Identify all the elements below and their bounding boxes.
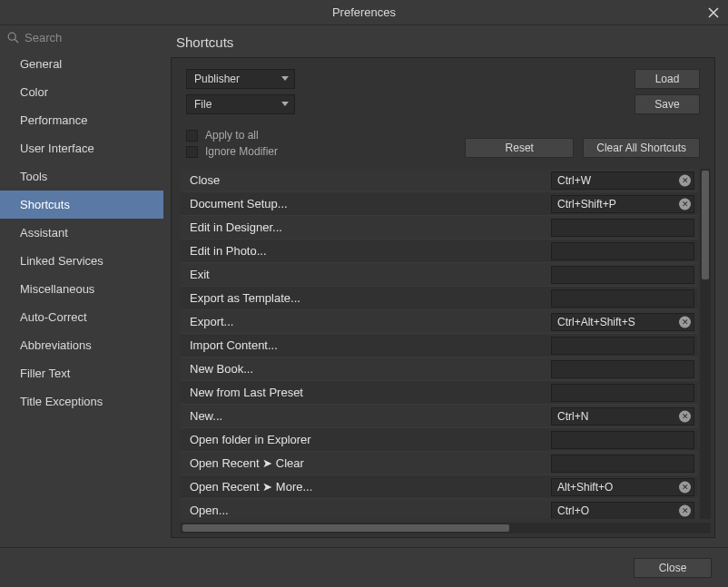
shortcut-row: Export...✕ — [181, 310, 698, 334]
shortcut-input[interactable] — [551, 384, 694, 402]
command-name: New Book... — [181, 362, 544, 376]
sidebar-item-linked-services[interactable]: Linked Services — [0, 247, 163, 275]
shortcut-input-wrap: ✕ — [551, 313, 694, 331]
clear-shortcut-icon[interactable]: ✕ — [679, 174, 691, 186]
apply-all-label: Apply to all — [205, 129, 259, 142]
command-name: New... — [181, 409, 544, 423]
scrollbar-thumb[interactable] — [182, 524, 509, 532]
command-name: Document Setup... — [181, 197, 544, 210]
command-name: Export as Template... — [181, 291, 544, 305]
shortcut-row: Open...✕ — [181, 499, 698, 519]
sidebar-item-label: Filler Text — [20, 367, 70, 380]
sidebar-item-title-exceptions[interactable]: Title Exceptions — [0, 387, 163, 416]
shortcut-row: Edit in Photo... — [181, 240, 698, 263]
sidebar-item-label: Title Exceptions — [20, 395, 103, 408]
scrollbar-thumb[interactable] — [702, 171, 709, 279]
shortcut-list: Close✕Document Setup...✕Edit in Designer… — [181, 169, 698, 519]
shortcut-input[interactable] — [551, 266, 694, 284]
command-name: Exit — [181, 268, 544, 281]
shortcut-input-wrap: ✕ — [551, 171, 694, 190]
shortcut-input[interactable] — [551, 313, 694, 331]
save-button[interactable]: Save — [635, 94, 700, 114]
close-icon[interactable] — [704, 4, 723, 22]
sidebar-item-color[interactable]: Color — [0, 78, 163, 106]
clear-shortcut-icon[interactable]: ✕ — [679, 198, 691, 210]
ignore-modifier-checkbox[interactable] — [186, 146, 198, 158]
sidebar-item-label: General — [20, 57, 62, 71]
search-input[interactable] — [25, 31, 177, 44]
sidebar-item-general[interactable]: General — [0, 50, 163, 78]
sidebar-item-label: Abbreviations — [20, 338, 92, 352]
shortcut-row: Open folder in Explorer — [181, 428, 698, 452]
sidebar-item-label: Assistant — [20, 226, 68, 240]
shortcut-row: Open Recent ➤ More...✕ — [181, 475, 698, 499]
sidebar-item-filler-text[interactable]: Filler Text — [0, 359, 163, 387]
shortcut-row: Export as Template... — [181, 287, 698, 310]
shortcut-input[interactable] — [551, 455, 694, 473]
horizontal-scrollbar[interactable] — [181, 523, 711, 533]
reset-button[interactable]: Reset — [465, 138, 574, 158]
command-name: Open folder in Explorer — [181, 433, 544, 446]
shortcut-row: New...✕ — [181, 405, 698, 428]
svg-line-1 — [15, 39, 18, 43]
clear-shortcut-icon[interactable]: ✕ — [679, 481, 691, 493]
shortcut-input[interactable] — [551, 431, 694, 449]
shortcut-input-wrap: ✕ — [551, 407, 694, 426]
sidebar-list: GeneralColorPerformanceUser InterfaceToo… — [0, 50, 163, 547]
sidebar-item-abbreviations[interactable]: Abbreviations — [0, 331, 163, 359]
shortcut-input[interactable] — [551, 195, 694, 213]
chevron-down-icon — [281, 76, 289, 82]
shortcut-input[interactable] — [551, 337, 694, 355]
sidebar: GeneralColorPerformanceUser InterfaceToo… — [0, 25, 163, 547]
shortcut-input[interactable] — [551, 478, 694, 496]
apply-all-checkbox[interactable] — [186, 130, 198, 142]
load-button[interactable]: Load — [635, 69, 700, 89]
app-dropdown[interactable]: Publisher — [186, 69, 295, 89]
svg-point-0 — [8, 33, 15, 40]
clear-shortcut-icon[interactable]: ✕ — [679, 504, 691, 516]
command-name: Open... — [181, 504, 544, 517]
command-name: Open Recent ➤ More... — [181, 480, 544, 494]
shortcut-input-wrap — [551, 266, 694, 284]
sidebar-item-performance[interactable]: Performance — [0, 106, 163, 134]
shortcut-input-wrap — [551, 384, 694, 402]
clear-all-button[interactable]: Clear All Shortcuts — [583, 138, 700, 158]
sidebar-item-tools[interactable]: Tools — [0, 162, 163, 191]
shortcut-input[interactable] — [551, 219, 694, 237]
sidebar-item-user-interface[interactable]: User Interface — [0, 134, 163, 162]
shortcut-input[interactable] — [551, 171, 694, 190]
chevron-down-icon — [281, 102, 289, 107]
shortcut-input[interactable] — [551, 502, 694, 520]
command-name: New from Last Preset — [181, 386, 544, 399]
shortcut-row: Close✕ — [181, 169, 698, 192]
category-dropdown[interactable]: File — [186, 94, 295, 114]
sidebar-item-label: Auto-Correct — [20, 310, 87, 324]
app-dropdown-label: Publisher — [194, 73, 240, 85]
shortcut-input[interactable] — [551, 289, 694, 308]
command-name: Edit in Photo... — [181, 244, 544, 258]
clear-shortcut-icon[interactable]: ✕ — [679, 410, 691, 422]
close-button[interactable]: Close — [634, 558, 712, 578]
sidebar-item-shortcuts[interactable]: Shortcuts — [0, 191, 163, 219]
shortcuts-panel: Publisher Load File — [171, 57, 715, 538]
titlebar: Preferences — [0, 0, 728, 25]
sidebar-item-label: Miscellaneous — [20, 282, 94, 296]
shortcut-input[interactable] — [551, 242, 694, 260]
shortcut-row: Document Setup...✕ — [181, 192, 698, 216]
clear-shortcut-icon[interactable]: ✕ — [679, 316, 691, 328]
shortcut-input[interactable] — [551, 407, 694, 426]
shortcut-input[interactable] — [551, 360, 694, 378]
footer: Close — [0, 547, 728, 587]
sidebar-item-assistant[interactable]: Assistant — [0, 219, 163, 247]
shortcut-row: Exit — [181, 263, 698, 287]
command-name: Open Recent ➤ Clear — [181, 456, 544, 470]
vertical-scrollbar[interactable] — [700, 169, 711, 519]
shortcut-input-wrap — [551, 289, 694, 308]
shortcut-input-wrap — [551, 360, 694, 378]
search-icon — [7, 32, 19, 44]
ignore-modifier-label: Ignore Modifier — [205, 145, 278, 158]
sidebar-item-miscellaneous[interactable]: Miscellaneous — [0, 275, 163, 303]
sidebar-item-auto-correct[interactable]: Auto-Correct — [0, 303, 163, 331]
shortcut-row: New Book... — [181, 357, 698, 381]
shortcut-row: Open Recent ➤ Clear — [181, 452, 698, 475]
